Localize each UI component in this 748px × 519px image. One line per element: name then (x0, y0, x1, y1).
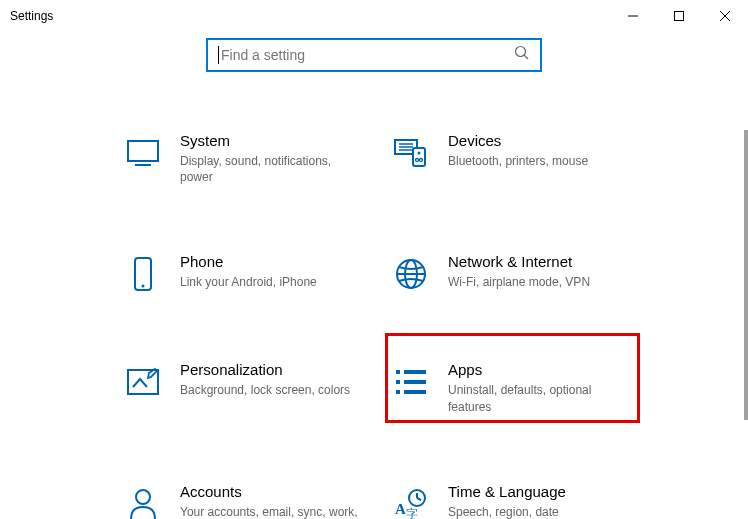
system-icon (124, 134, 162, 172)
search-input[interactable]: Find a setting (206, 38, 542, 72)
category-title: Devices (448, 132, 588, 149)
svg-text:字: 字 (406, 507, 418, 519)
category-desc: Bluetooth, printers, mouse (448, 153, 588, 169)
window-title: Settings (10, 9, 53, 23)
search-placeholder: Find a setting (221, 47, 514, 63)
maximize-button[interactable] (656, 0, 702, 32)
svg-point-4 (516, 47, 526, 57)
category-desc: Your accounts, email, sync, work, other … (180, 504, 360, 519)
text-caret (218, 46, 219, 64)
category-network[interactable]: Network & Internet Wi-Fi, airplane mode,… (388, 249, 656, 297)
category-desc: Link your Android, iPhone (180, 274, 317, 290)
svg-point-28 (136, 490, 150, 504)
category-text: System Display, sound, notifications, po… (180, 132, 360, 185)
category-text: Personalization Background, lock screen,… (180, 361, 350, 398)
svg-point-17 (142, 285, 145, 288)
category-personalization[interactable]: Personalization Background, lock screen,… (120, 357, 388, 418)
category-desc: Uninstall, defaults, optional features (448, 382, 628, 414)
close-icon (720, 11, 730, 21)
devices-icon (392, 134, 430, 172)
phone-icon (124, 255, 162, 293)
svg-rect-23 (396, 380, 400, 384)
svg-rect-22 (396, 370, 400, 374)
maximize-icon (674, 11, 684, 21)
svg-rect-27 (404, 390, 426, 394)
svg-rect-26 (404, 380, 426, 384)
window-controls (610, 0, 748, 32)
svg-line-31 (417, 498, 421, 500)
category-desc: Display, sound, notifications, power (180, 153, 360, 185)
category-title: Accounts (180, 483, 360, 500)
category-title: Phone (180, 253, 317, 270)
close-button[interactable] (702, 0, 748, 32)
settings-categories: System Display, sound, notifications, po… (0, 128, 748, 519)
minimize-icon (628, 11, 638, 21)
personalization-icon (124, 363, 162, 401)
category-text: Time & Language Speech, region, date (448, 483, 566, 519)
svg-rect-6 (128, 141, 158, 161)
category-title: Time & Language (448, 483, 566, 500)
category-devices[interactable]: Devices Bluetooth, printers, mouse (388, 128, 656, 189)
network-icon (392, 255, 430, 293)
time-language-icon: A字 (392, 485, 430, 519)
search-row: Find a setting (0, 38, 748, 72)
category-text: Accounts Your accounts, email, sync, wor… (180, 483, 360, 519)
category-title: Personalization (180, 361, 350, 378)
category-title: System (180, 132, 360, 149)
accounts-icon (124, 485, 162, 519)
category-desc: Background, lock screen, colors (180, 382, 350, 398)
category-time-language[interactable]: A字 Time & Language Speech, region, date (388, 479, 656, 519)
svg-point-13 (418, 152, 421, 155)
svg-text:A: A (395, 501, 406, 517)
category-text: Phone Link your Android, iPhone (180, 253, 317, 290)
svg-rect-24 (396, 390, 400, 394)
svg-rect-25 (404, 370, 426, 374)
svg-rect-1 (675, 12, 684, 21)
category-apps[interactable]: Apps Uninstall, defaults, optional featu… (388, 357, 656, 418)
category-desc: Speech, region, date (448, 504, 566, 519)
apps-icon (392, 363, 430, 401)
category-title: Apps (448, 361, 628, 378)
category-text: Devices Bluetooth, printers, mouse (448, 132, 588, 169)
category-text: Apps Uninstall, defaults, optional featu… (448, 361, 628, 414)
titlebar: Settings (0, 0, 748, 32)
category-title: Network & Internet (448, 253, 590, 270)
vertical-scrollbar[interactable] (744, 130, 748, 420)
category-phone[interactable]: Phone Link your Android, iPhone (120, 249, 388, 297)
category-desc: Wi-Fi, airplane mode, VPN (448, 274, 590, 290)
category-system[interactable]: System Display, sound, notifications, po… (120, 128, 388, 189)
search-icon (514, 45, 530, 65)
category-accounts[interactable]: Accounts Your accounts, email, sync, wor… (120, 479, 388, 519)
svg-rect-12 (413, 148, 425, 166)
svg-line-5 (524, 55, 528, 59)
minimize-button[interactable] (610, 0, 656, 32)
category-text: Network & Internet Wi-Fi, airplane mode,… (448, 253, 590, 290)
